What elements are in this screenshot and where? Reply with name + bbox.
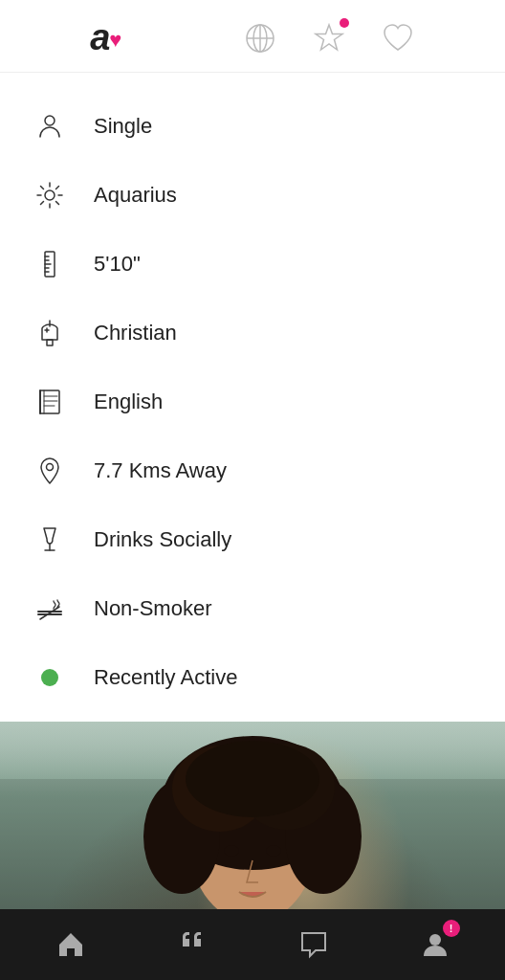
book-icon <box>29 381 71 423</box>
app-header: a♥ <box>0 0 505 73</box>
person-icon <box>29 105 71 147</box>
zodiac-row: Aquarius <box>29 161 476 230</box>
religion-row: Christian <box>29 299 476 368</box>
app-logo: a♥ <box>90 17 120 58</box>
svg-point-5 <box>45 116 55 125</box>
relationship-status-row: Single <box>29 92 476 161</box>
svg-marker-4 <box>316 25 342 50</box>
drinking-row: Drinks Socially <box>29 505 476 574</box>
header-nav-icons <box>243 21 415 56</box>
profile-badge: ! <box>443 920 460 937</box>
profile-info-section: Single Aquarius <box>0 73 505 722</box>
logo-heart-icon: ♥ <box>109 28 120 53</box>
chat-icon <box>298 929 329 960</box>
svg-line-37 <box>40 607 59 619</box>
ruler-icon <box>29 243 71 285</box>
svg-line-14 <box>41 202 44 205</box>
svg-point-30 <box>47 464 54 471</box>
distance-row: 7.7 Kms Away <box>29 436 476 505</box>
nav-home[interactable] <box>42 916 99 973</box>
nav-messages[interactable] <box>285 916 342 973</box>
browse-button[interactable] <box>243 21 277 56</box>
relationship-status-text: Single <box>94 114 152 139</box>
star-notification-dot <box>340 18 349 28</box>
svg-line-11 <box>41 187 44 189</box>
globe-icon <box>243 21 277 56</box>
smoking-row: Non-Smoker <box>29 574 476 643</box>
svg-rect-24 <box>40 390 59 413</box>
bottom-navigation: ! <box>0 909 505 980</box>
sun-icon <box>29 174 71 216</box>
svg-point-50 <box>224 845 239 857</box>
heart-nav-icon <box>381 21 415 56</box>
language-text: English <box>94 390 163 414</box>
religion-text: Christian <box>94 321 177 345</box>
svg-point-6 <box>45 190 55 200</box>
nav-profile[interactable]: ! <box>406 916 464 973</box>
nav-stories[interactable] <box>164 916 221 973</box>
smoking-text: Non-Smoker <box>94 596 211 621</box>
active-indicator-wrap <box>29 657 71 699</box>
language-row: English <box>29 368 476 436</box>
svg-line-12 <box>56 202 59 205</box>
quotes-icon <box>177 929 208 960</box>
drinking-text: Drinks Socially <box>94 527 231 552</box>
activity-row: Recently Active <box>29 643 476 712</box>
location-icon <box>29 450 71 492</box>
likes-button[interactable] <box>381 21 415 56</box>
logo-letter: a <box>90 17 108 58</box>
height-text: 5'10" <box>94 252 141 277</box>
zodiac-text: Aquarius <box>94 183 177 208</box>
svg-line-13 <box>56 187 59 189</box>
favorites-button[interactable] <box>312 21 346 56</box>
distance-text: 7.7 Kms Away <box>94 458 227 483</box>
no-smoke-icon <box>29 588 71 630</box>
height-row: 5'10" <box>29 230 476 299</box>
activity-text: Recently Active <box>94 665 237 690</box>
svg-point-51 <box>266 845 281 857</box>
svg-point-54 <box>429 934 441 946</box>
home-icon <box>55 929 86 960</box>
active-dot-indicator <box>41 669 58 686</box>
svg-point-46 <box>186 741 319 817</box>
wine-icon <box>29 519 71 561</box>
svg-rect-21 <box>47 340 53 345</box>
prayer-icon <box>29 312 71 354</box>
